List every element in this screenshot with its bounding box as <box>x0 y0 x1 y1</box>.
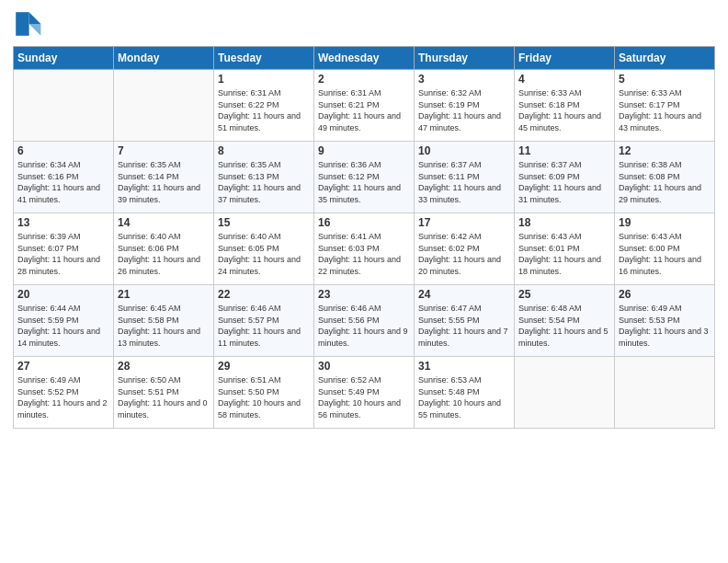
day-cell: 4Sunrise: 6:33 AMSunset: 6:18 PMDaylight… <box>515 70 615 142</box>
day-cell: 25Sunrise: 6:48 AMSunset: 5:54 PMDayligh… <box>515 285 615 357</box>
day-number: 13 <box>17 216 109 229</box>
day-number: 19 <box>619 216 711 229</box>
day-info: Sunrise: 6:43 AMSunset: 6:01 PMDaylight:… <box>518 231 610 277</box>
day-info: Sunrise: 6:51 AMSunset: 5:50 PMDaylight:… <box>218 374 310 420</box>
weekday-header-saturday: Saturday <box>615 47 715 70</box>
day-cell: 20Sunrise: 6:44 AMSunset: 5:59 PMDayligh… <box>14 285 114 357</box>
header-row: SundayMondayTuesdayWednesdayThursdayFrid… <box>14 47 715 70</box>
day-number: 15 <box>218 216 310 229</box>
day-number: 7 <box>118 144 210 157</box>
day-info: Sunrise: 6:43 AMSunset: 6:00 PMDaylight:… <box>619 231 711 277</box>
day-info: Sunrise: 6:46 AMSunset: 5:56 PMDaylight:… <box>318 303 410 349</box>
day-cell: 7Sunrise: 6:35 AMSunset: 6:14 PMDaylight… <box>114 142 214 213</box>
day-cell: 19Sunrise: 6:43 AMSunset: 6:00 PMDayligh… <box>615 213 715 285</box>
day-number: 20 <box>17 288 109 301</box>
day-cell <box>615 357 715 429</box>
day-info: Sunrise: 6:39 AMSunset: 6:07 PMDaylight:… <box>17 231 109 277</box>
day-info: Sunrise: 6:35 AMSunset: 6:13 PMDaylight:… <box>218 159 310 205</box>
day-number: 14 <box>118 216 210 229</box>
week-row-2: 6Sunrise: 6:34 AMSunset: 6:16 PMDaylight… <box>14 142 715 213</box>
day-cell: 28Sunrise: 6:50 AMSunset: 5:51 PMDayligh… <box>114 357 214 429</box>
day-number: 5 <box>619 73 711 86</box>
day-number: 21 <box>118 288 210 301</box>
day-cell: 2Sunrise: 6:31 AMSunset: 6:21 PMDaylight… <box>314 70 415 142</box>
day-number: 2 <box>318 73 410 86</box>
day-info: Sunrise: 6:37 AMSunset: 6:11 PMDaylight:… <box>418 159 510 205</box>
day-number: 11 <box>518 144 610 157</box>
day-info: Sunrise: 6:41 AMSunset: 6:03 PMDaylight:… <box>318 231 410 277</box>
day-cell: 26Sunrise: 6:49 AMSunset: 5:53 PMDayligh… <box>615 285 715 357</box>
day-number: 29 <box>218 360 310 373</box>
day-info: Sunrise: 6:40 AMSunset: 6:05 PMDaylight:… <box>218 231 310 277</box>
day-cell: 10Sunrise: 6:37 AMSunset: 6:11 PMDayligh… <box>415 142 515 213</box>
day-number: 26 <box>619 288 711 301</box>
day-number: 23 <box>318 288 410 301</box>
day-info: Sunrise: 6:47 AMSunset: 5:55 PMDaylight:… <box>418 303 510 349</box>
svg-marker-0 <box>29 12 41 24</box>
logo-icon <box>13 9 42 39</box>
day-info: Sunrise: 6:33 AMSunset: 6:17 PMDaylight:… <box>619 87 711 133</box>
day-cell: 13Sunrise: 6:39 AMSunset: 6:07 PMDayligh… <box>14 213 114 285</box>
day-info: Sunrise: 6:37 AMSunset: 6:09 PMDaylight:… <box>518 159 610 205</box>
day-number: 28 <box>118 360 210 373</box>
day-cell: 31Sunrise: 6:53 AMSunset: 5:48 PMDayligh… <box>415 357 515 429</box>
week-row-1: 1Sunrise: 6:31 AMSunset: 6:22 PMDaylight… <box>14 70 715 142</box>
svg-rect-2 <box>16 12 28 36</box>
day-cell: 3Sunrise: 6:32 AMSunset: 6:19 PMDaylight… <box>415 70 515 142</box>
day-number: 9 <box>318 144 410 157</box>
day-cell: 21Sunrise: 6:45 AMSunset: 5:58 PMDayligh… <box>114 285 214 357</box>
weekday-header-tuesday: Tuesday <box>214 47 314 70</box>
day-number: 17 <box>418 216 510 229</box>
day-cell: 6Sunrise: 6:34 AMSunset: 6:16 PMDaylight… <box>14 142 114 213</box>
day-info: Sunrise: 6:48 AMSunset: 5:54 PMDaylight:… <box>518 303 610 349</box>
weekday-header-wednesday: Wednesday <box>314 47 415 70</box>
day-number: 30 <box>318 360 410 373</box>
day-cell: 24Sunrise: 6:47 AMSunset: 5:55 PMDayligh… <box>415 285 515 357</box>
day-number: 16 <box>318 216 410 229</box>
weekday-header-thursday: Thursday <box>415 47 515 70</box>
day-number: 8 <box>218 144 310 157</box>
day-cell: 14Sunrise: 6:40 AMSunset: 6:06 PMDayligh… <box>114 213 214 285</box>
day-number: 6 <box>17 144 109 157</box>
day-cell: 23Sunrise: 6:46 AMSunset: 5:56 PMDayligh… <box>314 285 415 357</box>
day-info: Sunrise: 6:36 AMSunset: 6:12 PMDaylight:… <box>318 159 410 205</box>
day-info: Sunrise: 6:33 AMSunset: 6:18 PMDaylight:… <box>518 87 610 133</box>
day-number: 1 <box>218 73 310 86</box>
day-info: Sunrise: 6:31 AMSunset: 6:22 PMDaylight:… <box>218 87 310 133</box>
day-number: 18 <box>518 216 610 229</box>
day-cell: 17Sunrise: 6:42 AMSunset: 6:02 PMDayligh… <box>415 213 515 285</box>
day-cell: 16Sunrise: 6:41 AMSunset: 6:03 PMDayligh… <box>314 213 415 285</box>
day-info: Sunrise: 6:45 AMSunset: 5:58 PMDaylight:… <box>118 303 210 349</box>
calendar-table: SundayMondayTuesdayWednesdayThursdayFrid… <box>13 46 715 429</box>
week-row-5: 27Sunrise: 6:49 AMSunset: 5:52 PMDayligh… <box>14 357 715 429</box>
day-cell: 30Sunrise: 6:52 AMSunset: 5:49 PMDayligh… <box>314 357 415 429</box>
day-number: 31 <box>418 360 510 373</box>
day-number: 4 <box>518 73 610 86</box>
day-info: Sunrise: 6:32 AMSunset: 6:19 PMDaylight:… <box>418 87 510 133</box>
day-number: 12 <box>619 144 711 157</box>
svg-marker-1 <box>29 24 41 36</box>
day-cell: 9Sunrise: 6:36 AMSunset: 6:12 PMDaylight… <box>314 142 415 213</box>
day-info: Sunrise: 6:49 AMSunset: 5:52 PMDaylight:… <box>17 374 109 420</box>
day-cell: 11Sunrise: 6:37 AMSunset: 6:09 PMDayligh… <box>515 142 615 213</box>
day-cell: 22Sunrise: 6:46 AMSunset: 5:57 PMDayligh… <box>214 285 314 357</box>
day-cell <box>515 357 615 429</box>
day-info: Sunrise: 6:53 AMSunset: 5:48 PMDaylight:… <box>418 374 510 420</box>
day-cell: 12Sunrise: 6:38 AMSunset: 6:08 PMDayligh… <box>615 142 715 213</box>
weekday-header-friday: Friday <box>515 47 615 70</box>
day-cell <box>14 70 114 142</box>
day-info: Sunrise: 6:52 AMSunset: 5:49 PMDaylight:… <box>318 374 410 420</box>
day-cell: 27Sunrise: 6:49 AMSunset: 5:52 PMDayligh… <box>14 357 114 429</box>
day-cell: 18Sunrise: 6:43 AMSunset: 6:01 PMDayligh… <box>515 213 615 285</box>
day-number: 24 <box>418 288 510 301</box>
day-cell: 15Sunrise: 6:40 AMSunset: 6:05 PMDayligh… <box>214 213 314 285</box>
weekday-header-monday: Monday <box>114 47 214 70</box>
day-info: Sunrise: 6:49 AMSunset: 5:53 PMDaylight:… <box>619 303 711 349</box>
day-info: Sunrise: 6:38 AMSunset: 6:08 PMDaylight:… <box>619 159 711 205</box>
day-cell: 1Sunrise: 6:31 AMSunset: 6:22 PMDaylight… <box>214 70 314 142</box>
day-info: Sunrise: 6:34 AMSunset: 6:16 PMDaylight:… <box>17 159 109 205</box>
day-info: Sunrise: 6:35 AMSunset: 6:14 PMDaylight:… <box>118 159 210 205</box>
day-number: 3 <box>418 73 510 86</box>
day-info: Sunrise: 6:46 AMSunset: 5:57 PMDaylight:… <box>218 303 310 349</box>
day-number: 22 <box>218 288 310 301</box>
